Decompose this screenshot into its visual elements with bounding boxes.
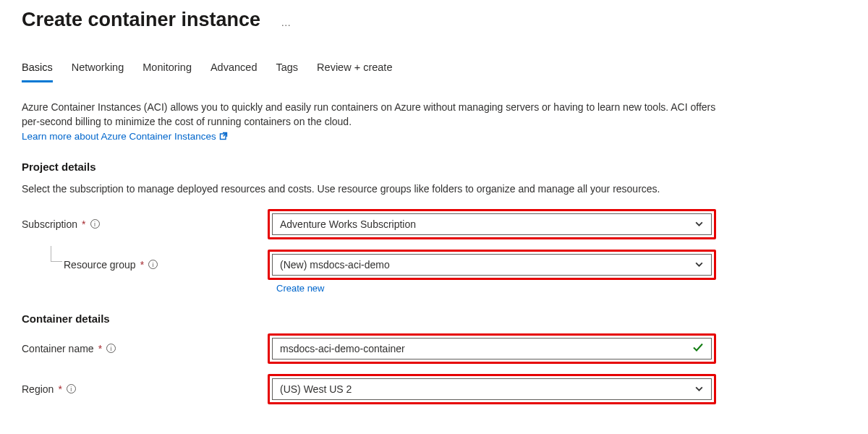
learn-more-link[interactable]: Learn more about Azure Container Instanc… (22, 131, 216, 142)
resource-group-select[interactable]: (New) msdocs-aci-demo (272, 254, 712, 276)
subscription-value: Adventure Works Subscription (280, 218, 416, 230)
region-value: (US) West US 2 (280, 383, 352, 395)
tab-basics[interactable]: Basics (22, 61, 53, 82)
create-new-link[interactable]: Create new (276, 283, 324, 294)
tab-networking[interactable]: Networking (72, 61, 124, 82)
chevron-down-icon (694, 219, 704, 229)
info-icon[interactable]: i (148, 260, 158, 269)
chevron-down-icon (694, 260, 704, 269)
required-indicator: * (58, 383, 61, 395)
info-icon[interactable]: i (90, 219, 100, 229)
project-heading: Project details (22, 161, 846, 173)
container-name-label: Container name (22, 343, 94, 354)
container-name-input[interactable]: msdocs-aci-demo-container (272, 338, 712, 359)
tab-monitoring[interactable]: Monitoring (142, 61, 192, 82)
info-icon[interactable]: i (106, 344, 116, 353)
subscription-label: Subscription (22, 218, 77, 230)
tab-review[interactable]: Review + create (317, 61, 392, 82)
resource-group-label: Resource group (64, 259, 136, 271)
project-sub: Select the subscription to manage deploy… (22, 182, 716, 196)
required-indicator: * (140, 259, 144, 271)
tabs: Basics Networking Monitoring Advanced Ta… (22, 61, 846, 82)
container-name-value: msdocs-aci-demo-container (280, 343, 405, 354)
region-select[interactable]: (US) West US 2 (272, 378, 712, 400)
region-label: Region (22, 383, 54, 395)
valid-check-icon (692, 341, 704, 355)
subscription-select[interactable]: Adventure Works Subscription (272, 213, 712, 235)
tree-line (51, 246, 62, 262)
resource-group-value: (New) msdocs-aci-demo (280, 259, 390, 271)
required-indicator: * (98, 343, 102, 354)
info-icon[interactable]: i (67, 384, 76, 393)
tab-tags[interactable]: Tags (276, 61, 298, 82)
chevron-down-icon (694, 384, 704, 393)
tab-advanced[interactable]: Advanced (210, 61, 258, 82)
intro-text: Azure Container Instances (ACI) allows y… (22, 100, 716, 129)
required-indicator: * (82, 218, 85, 230)
more-button[interactable]: … (281, 12, 292, 28)
external-link-icon (219, 132, 228, 140)
page-title: Create container instance (22, 9, 260, 31)
container-heading: Container details (22, 312, 846, 325)
